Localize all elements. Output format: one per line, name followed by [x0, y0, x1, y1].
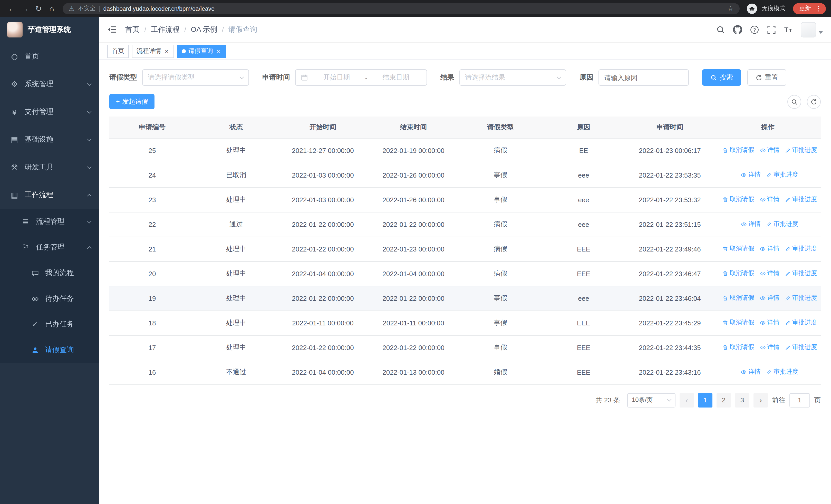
search-button[interactable]: 搜索	[702, 69, 741, 86]
approval-progress-link[interactable]: 审批进度	[784, 146, 817, 155]
chevron-down-icon	[87, 137, 92, 141]
tab-home[interactable]: 首页	[107, 45, 129, 58]
cancel-leave-link[interactable]: 取消请假	[722, 146, 754, 155]
approval-progress-link[interactable]: 审批进度	[784, 244, 817, 253]
sidebar-item-leave-query[interactable]: 请假查询	[0, 337, 99, 363]
sidebar-item-task-mgmt[interactable]: ⚐ 任务管理	[0, 235, 99, 260]
user-menu[interactable]	[801, 22, 823, 37]
cell-status: 处理中	[195, 286, 277, 310]
table-row: 19处理中2022-01-22 00:00:002022-01-22 00:00…	[109, 286, 821, 310]
tab-leave-query[interactable]: 请假查询 ×	[177, 45, 226, 58]
browser-reload-icon[interactable]: ↻	[32, 2, 45, 15]
cell-start-time: 2022-01-11 00:00:00	[277, 310, 369, 335]
avatar[interactable]	[801, 22, 816, 37]
cancel-leave-link[interactable]: 取消请假	[722, 244, 754, 253]
close-icon[interactable]: ×	[216, 48, 221, 55]
sidebar-item-workflow[interactable]: ▦ 工作流程	[0, 181, 99, 209]
detail-link[interactable]: 详情	[741, 171, 761, 179]
end-date-input[interactable]: 结束日期	[370, 73, 422, 82]
detail-link[interactable]: 详情	[760, 244, 779, 253]
browser-forward-icon[interactable]: →	[19, 2, 32, 15]
collapse-sidebar-icon[interactable]	[107, 25, 117, 34]
close-icon[interactable]: ×	[164, 48, 169, 55]
edit-icon	[766, 221, 772, 227]
filter-form: 请假类型 请选择请假类型 申请时间 开始日期	[109, 69, 821, 86]
search-icon[interactable]	[716, 25, 725, 34]
sidebar-item-todo-tasks[interactable]: 待办任务	[0, 286, 99, 312]
briefcase-icon: ▦	[9, 190, 20, 200]
cell-status: 处理中	[195, 310, 277, 335]
sidebar-item-devtools[interactable]: ⚒ 研发工具	[0, 153, 99, 181]
browser-home-icon[interactable]: ⌂	[45, 2, 58, 15]
sidebar-item-pay[interactable]: ¥ 支付管理	[0, 98, 99, 126]
cell-reason: eee	[543, 286, 625, 310]
browser-back-icon[interactable]: ←	[5, 2, 19, 15]
github-icon[interactable]	[733, 25, 742, 34]
bookmark-star-icon[interactable]: ☆	[727, 5, 734, 12]
cell-status: 不通过	[195, 360, 277, 384]
detail-link[interactable]: 详情	[760, 343, 779, 352]
security-label[interactable]: 不安全	[78, 5, 96, 12]
page-button-3[interactable]: 3	[735, 393, 749, 407]
cancel-leave-link[interactable]: 取消请假	[722, 343, 754, 352]
breadcrumb-item[interactable]: 工作流程	[151, 25, 180, 34]
approval-progress-link[interactable]: 审批进度	[766, 220, 798, 229]
create-leave-button[interactable]: + 发起请假	[109, 94, 155, 109]
toggle-search-button[interactable]	[787, 95, 801, 109]
tab-process-detail[interactable]: 流程详情 ×	[132, 45, 174, 58]
approval-progress-link[interactable]: 审批进度	[766, 368, 798, 377]
address-bar[interactable]: ⚠ 不安全 dashboard.yudao.iocoder.cn/bpm/oa/…	[63, 3, 740, 14]
update-button[interactable]: 更新 ⋮	[793, 3, 826, 14]
detail-link[interactable]: 详情	[741, 220, 761, 229]
approval-progress-link[interactable]: 审批进度	[784, 319, 817, 327]
goto-page-input[interactable]	[790, 393, 810, 407]
sidebar-item-home[interactable]: ◍ 首页	[0, 42, 99, 70]
approval-progress-link[interactable]: 审批进度	[766, 171, 798, 179]
edit-icon	[784, 295, 791, 301]
page-button-2[interactable]: 2	[717, 393, 731, 407]
sidebar-item-process-mgmt[interactable]: ≣ 流程管理	[0, 209, 99, 235]
detail-link[interactable]: 详情	[760, 294, 779, 302]
detail-link[interactable]: 详情	[741, 368, 761, 377]
page-size-select[interactable]: 10条/页	[627, 393, 676, 407]
start-date-input[interactable]: 开始日期	[311, 73, 362, 82]
cancel-leave-link[interactable]: 取消请假	[722, 195, 754, 204]
trash-icon	[722, 246, 728, 252]
reset-button[interactable]: 重置	[747, 69, 786, 86]
approval-progress-link[interactable]: 审批进度	[784, 269, 817, 278]
cancel-leave-link[interactable]: 取消请假	[722, 319, 754, 327]
sidebar-item-infra[interactable]: ▤ 基础设施	[0, 126, 99, 153]
prev-page-button[interactable]: ‹	[680, 393, 694, 407]
flag-icon: ⚐	[21, 243, 31, 252]
detail-link[interactable]: 详情	[760, 269, 779, 278]
next-page-button[interactable]: ›	[753, 393, 768, 407]
sidebar-item-system[interactable]: ⚙ 系统管理	[0, 70, 99, 98]
sidebar-item-my-process[interactable]: 我的流程	[0, 260, 99, 286]
approval-progress-link[interactable]: 审批进度	[784, 195, 817, 204]
sidebar-item-label: 流程管理	[36, 217, 65, 226]
sidebar: 芋道管理系统 ◍ 首页 ⚙ 系统管理 ¥ 支付管理 ▤ 基础设施	[0, 17, 99, 504]
leave-type-select[interactable]: 请选择请假类型	[142, 69, 249, 86]
detail-link[interactable]: 详情	[760, 195, 779, 204]
refresh-table-button[interactable]	[807, 95, 821, 109]
fullscreen-icon[interactable]	[767, 25, 776, 34]
cell-end-time: 2022-01-22 00:00:00	[369, 212, 458, 237]
font-size-icon[interactable]: TT	[784, 25, 793, 34]
detail-link[interactable]: 详情	[760, 319, 779, 327]
approval-progress-link[interactable]: 审批进度	[784, 294, 817, 302]
apply-time-range-picker[interactable]: 开始日期 - 结束日期	[295, 69, 427, 86]
sidebar-item-label: 基础设施	[25, 135, 53, 144]
cancel-leave-link[interactable]: 取消请假	[722, 269, 754, 278]
breadcrumb-item[interactable]: OA 示例	[191, 25, 218, 34]
cell-apply-time: 2022-01-22 23:44:35	[625, 335, 715, 360]
sidebar-item-done-tasks[interactable]: ✓ 已办任务	[0, 312, 99, 337]
cancel-leave-link[interactable]: 取消请假	[722, 294, 754, 302]
result-select[interactable]: 请选择流结果	[459, 69, 566, 86]
breadcrumb-item[interactable]: 首页	[125, 25, 140, 34]
page-button-1[interactable]: 1	[698, 393, 712, 407]
detail-link[interactable]: 详情	[760, 146, 779, 155]
reason-input[interactable]	[599, 69, 689, 86]
approval-progress-link[interactable]: 审批进度	[784, 343, 817, 352]
help-icon[interactable]: ?	[750, 25, 759, 34]
browser-menu-icon[interactable]: ⋮	[815, 5, 822, 12]
